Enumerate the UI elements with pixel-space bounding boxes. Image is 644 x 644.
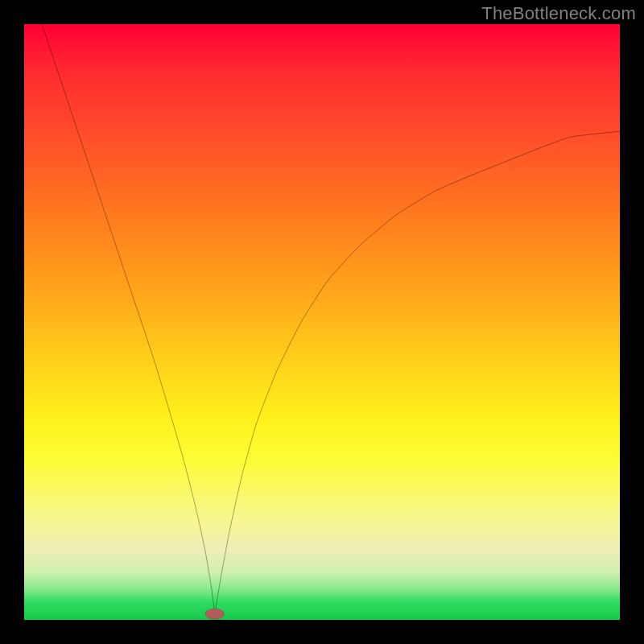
watermark-text: TheBottleneck.com xyxy=(481,3,636,24)
bottleneck-curve-left xyxy=(42,24,215,614)
chart-svg xyxy=(24,24,620,620)
bottleneck-curve-right xyxy=(215,131,620,613)
notch-marker xyxy=(205,609,225,619)
chart-frame: TheBottleneck.com xyxy=(0,0,644,644)
